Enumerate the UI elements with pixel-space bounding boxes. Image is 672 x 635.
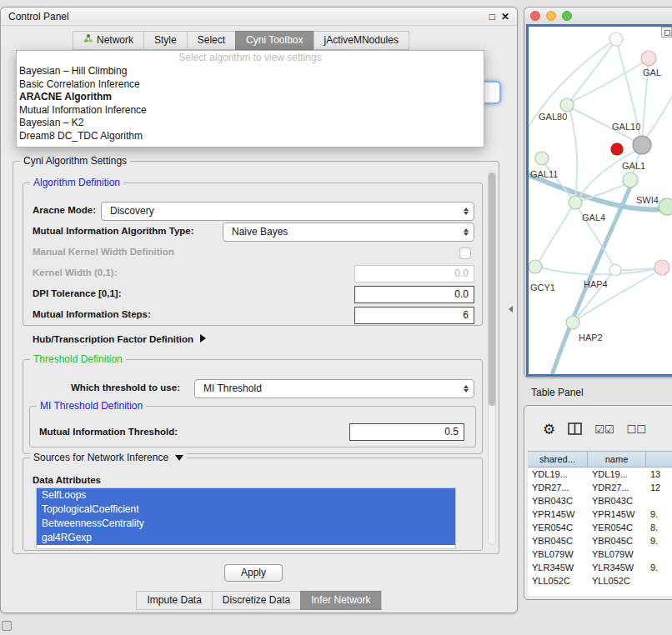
bottom-tab-impute-data[interactable]: Impute Data xyxy=(136,591,211,610)
network-node-gal[interactable] xyxy=(641,51,656,66)
network-node-label: GAL xyxy=(643,68,661,78)
aracne-mode-label: Aracne Mode: xyxy=(33,205,96,215)
column-header-shared[interactable]: shared... xyxy=(528,452,588,467)
algorithm-option-mutual-information-inference[interactable]: Mutual Information Inference xyxy=(17,104,484,118)
network-edge[interactable] xyxy=(572,58,649,102)
table-row[interactable]: YDL19...YDL19...13 xyxy=(528,468,672,481)
column-header-2[interactable] xyxy=(646,452,672,467)
table-cell: YER054C xyxy=(588,521,646,534)
column-selector-icon[interactable] xyxy=(568,422,582,437)
network-node-hap4[interactable] xyxy=(654,260,669,275)
network-node-gal1[interactable] xyxy=(623,172,638,188)
apply-button[interactable]: Apply xyxy=(224,564,283,582)
network-node-label: HAP4 xyxy=(584,279,608,289)
table-row[interactable]: YER054CYER054C8. xyxy=(528,521,672,534)
algorithm-option-aracne-algorithm[interactable]: ARACNE Algorithm xyxy=(17,91,484,104)
algorithm-dropdown-popup: Select algorithm to view settings Bayesi… xyxy=(16,50,484,148)
column-header-name[interactable]: name xyxy=(588,452,646,467)
sources-group-title[interactable]: Sources for Network Inference xyxy=(30,452,187,463)
kernel-width-field[interactable]: 0.0 xyxy=(354,265,474,282)
attribute-item-selfloops[interactable]: SelfLoops xyxy=(37,488,455,502)
network-node-label: GAL1 xyxy=(622,161,645,171)
tab-label: Impute Data xyxy=(147,592,201,609)
dpi-tolerance-field[interactable]: 0.0 xyxy=(354,286,474,303)
tab-cyni-toolbox[interactable]: Cyni Toolbox xyxy=(235,31,313,50)
network-node[interactable] xyxy=(609,264,621,276)
close-panel-button[interactable]: ✕ xyxy=(501,12,509,22)
control-panel-window: Control Panel □ ✕ NetworkStyleSelectCyni… xyxy=(0,7,518,613)
tab-network[interactable]: Network xyxy=(73,31,143,50)
network-canvas[interactable]: GALGAL80GAL10GAL11GAL1SWI4GAL4GCY1HAP4HA… xyxy=(526,24,672,377)
mi-algorithm-type-value: Naive Bayes xyxy=(232,226,288,238)
network-node-gal10[interactable] xyxy=(611,143,623,155)
algorithm-option-bayesian-k2[interactable]: Bayesian – K2 xyxy=(17,117,484,130)
network-node[interactable] xyxy=(609,32,623,46)
network-node-gal80[interactable] xyxy=(560,98,574,112)
network-edge[interactable] xyxy=(537,267,659,274)
network-edge[interactable] xyxy=(569,105,577,198)
zoom-traffic-light[interactable] xyxy=(562,11,572,21)
attribute-item-gal4rgexp[interactable]: gal4RGexp xyxy=(37,531,455,545)
table-row[interactable]: YBL079WYBL079W xyxy=(528,548,672,561)
float-window-button[interactable]: □ xyxy=(489,12,495,22)
bottom-tab-discretize-data[interactable]: Discretize Data xyxy=(212,591,300,610)
close-traffic-light[interactable] xyxy=(530,11,540,21)
network-node-gcy1[interactable] xyxy=(529,260,542,273)
data-attributes-list: SelfLoopsTopologicalCoefficientBetweenne… xyxy=(36,488,456,549)
algorithm-option-dream8-dc-tdc-algorithm[interactable]: Dream8 DC_TDC Algorithm xyxy=(17,130,484,143)
table-row[interactable]: YDR27...YDR27...12 xyxy=(528,481,672,494)
settings-scrollbar-thumb[interactable] xyxy=(489,172,495,406)
network-edge[interactable] xyxy=(642,93,672,143)
attribute-item-topologicalcoefficient[interactable]: TopologicalCoefficient xyxy=(37,502,455,517)
mi-algorithm-type-combo[interactable]: Naive Bayes xyxy=(223,222,474,242)
table-row[interactable]: YPR145WYPR145W9. xyxy=(528,508,672,521)
gear-icon[interactable]: ⚙ xyxy=(543,422,555,437)
hub-definition-label[interactable]: Hub/Transcription Factor Definition xyxy=(33,334,206,344)
network-graph: GALGAL80GAL10GAL11GAL1SWI4GAL4GCY1HAP4HA… xyxy=(529,27,672,374)
expanded-disclosure-icon[interactable] xyxy=(175,455,183,461)
table-cell xyxy=(646,574,672,588)
table-cell: YDL19... xyxy=(528,468,588,481)
table-cell: YLL052C xyxy=(528,574,588,588)
tab-style[interactable]: Style xyxy=(143,31,187,50)
table-cell: YBR045C xyxy=(528,534,588,548)
cyni-algorithm-settings-title: Cyni Algorithm Settings xyxy=(20,155,130,167)
network-node-gal4[interactable] xyxy=(569,196,582,209)
network-node-swi4[interactable] xyxy=(659,198,672,215)
table-row[interactable]: YBR045CYBR045C9. xyxy=(528,534,672,548)
network-node-label: HAP2 xyxy=(579,332,603,342)
settings-scrollbar[interactable] xyxy=(488,170,496,545)
network-node-hap2[interactable] xyxy=(566,316,579,329)
tab-jactivemnodules[interactable]: jActiveMNodules xyxy=(313,31,409,50)
manual-kernel-checkbox[interactable] xyxy=(459,248,471,259)
tab-select[interactable]: Select xyxy=(187,31,235,50)
combo-arrows-icon xyxy=(459,203,473,219)
tab-label: Select xyxy=(198,32,225,49)
network-edge[interactable] xyxy=(537,204,574,265)
mi-steps-field[interactable]: 6 xyxy=(354,307,474,324)
network-corner-button[interactable] xyxy=(661,27,672,38)
which-threshold-combo[interactable]: MI Threshold xyxy=(194,379,474,398)
collapsed-disclosure-icon[interactable] xyxy=(200,334,206,342)
tab-label: Network xyxy=(97,32,133,49)
network-node[interactable] xyxy=(633,136,651,154)
algorithm-option-basic-correlation-inference[interactable]: Basic Correlation Inference xyxy=(17,78,484,92)
minimize-traffic-light[interactable] xyxy=(546,11,556,21)
which-threshold-value: MI Threshold xyxy=(203,382,262,394)
select-all-rows-icon[interactable]: ☑☑ xyxy=(594,424,614,435)
network-node-label: SWI4 xyxy=(636,195,659,205)
control-panel-tabs: NetworkStyleSelectCyni ToolboxjActiveMNo… xyxy=(73,31,409,50)
table-row[interactable]: YBR043CYBR043C xyxy=(528,494,672,508)
panel-splitter-arrow[interactable] xyxy=(509,306,513,312)
attribute-item-betweennesscentrality[interactable]: BetweennessCentrality xyxy=(37,517,455,531)
bottom-tab-infer-network[interactable]: Infer Network xyxy=(300,591,381,610)
table-row[interactable]: YLL052CYLL052C xyxy=(528,574,672,588)
table-row[interactable]: YLR345WYLR345W9. xyxy=(528,561,672,574)
collapsed-panel-icon[interactable] xyxy=(2,621,12,631)
deselect-all-rows-icon[interactable]: ☐☐ xyxy=(627,424,646,435)
mi-threshold-field[interactable]: 0.5 xyxy=(349,423,464,441)
network-node-gal11[interactable] xyxy=(535,152,549,165)
algorithm-option-bayesian-hill-climbing[interactable]: Bayesian – Hill Climbing xyxy=(17,65,484,78)
aracne-mode-combo[interactable]: Discovery xyxy=(101,202,474,221)
kernel-width-label: Kernel Width (0,1): xyxy=(33,268,117,278)
